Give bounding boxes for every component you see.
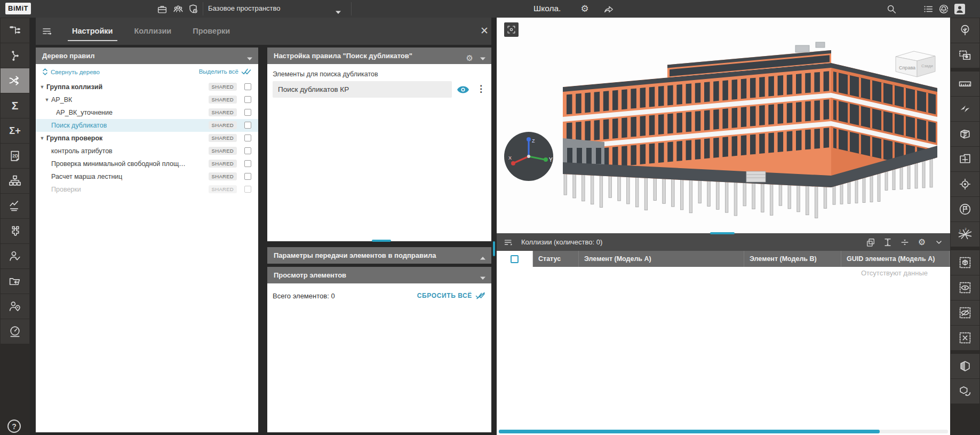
tree-item[interactable]: Расчет марша лестницSHARED (36, 170, 258, 183)
environment-tool[interactable] (951, 18, 979, 43)
tree-item-checkbox[interactable] (244, 122, 251, 129)
plugins-tool[interactable] (1, 219, 29, 243)
locate-tool[interactable] (951, 172, 979, 196)
tab-collisions[interactable]: Коллизии (124, 18, 182, 45)
tree-item[interactable]: Проверка минимальной свободной площади с… (36, 157, 258, 170)
projects-button[interactable] (155, 2, 169, 16)
axis-gizmo[interactable]: Z X Y (502, 130, 555, 185)
tree-caret-icon[interactable]: ▼ (38, 84, 46, 90)
tree-caret-icon[interactable]: ▼ (38, 136, 46, 141)
tab-checks[interactable]: Проверки (182, 18, 241, 45)
approvals-tool[interactable] (1, 244, 29, 268)
reset-all-button[interactable]: СБРОСИТЬ ВСЁ (417, 291, 486, 299)
dynamics-tool[interactable] (1, 194, 29, 218)
workspace-selector[interactable]: Базовое пространство (208, 4, 281, 12)
user-location-tool[interactable] (1, 294, 29, 319)
collapse-caret-icon[interactable] (246, 53, 253, 63)
tree-item[interactable]: ▼Группа коллизийSHARED (36, 81, 258, 93)
viewport-3d[interactable]: Справа Сзади Z X Y (497, 18, 950, 233)
transfer-header[interactable]: Параметры передачи элементов в подправил… (267, 247, 491, 264)
collapse-tree-link[interactable]: Свернуть дерево (42, 68, 100, 76)
column-header[interactable]: Элемент (Модель B) (744, 251, 841, 267)
tree-item[interactable]: ▼АР_ВКSHARED (36, 93, 258, 106)
rule-tree-header[interactable]: Дерево правил (36, 48, 258, 64)
elements-menu-button[interactable]: ⋮ (476, 82, 484, 97)
team-button[interactable] (171, 2, 185, 16)
rule-gear-icon[interactable]: ⚙ (466, 51, 473, 65)
cube-section-tool[interactable] (951, 122, 979, 146)
share-button[interactable] (602, 2, 616, 16)
tree-item-checkbox[interactable] (244, 96, 251, 103)
scrollbar-thumb[interactable] (499, 430, 880, 433)
select-all-link[interactable]: Выделить всё (199, 68, 252, 75)
list-button[interactable] (921, 2, 935, 16)
isolate-tool[interactable] (951, 354, 979, 378)
elements-input[interactable] (273, 81, 452, 98)
collapse-down-icon[interactable] (480, 273, 486, 282)
show-volume-tool[interactable] (951, 250, 979, 275)
close-panel-button[interactable]: ✕ (477, 24, 491, 38)
column-header[interactable]: GUID элемента (Модель A) (841, 251, 950, 267)
panel-menu-button[interactable] (41, 25, 54, 40)
measure-tool[interactable] (951, 72, 979, 96)
tree-item[interactable]: ПроверкиSHARED (36, 183, 258, 196)
panel-resize-handle[interactable] (710, 232, 735, 234)
model-tree-tool[interactable] (1, 18, 29, 43)
table-settings-button[interactable]: ⚙ (915, 235, 929, 249)
vertical-resize-handle[interactable] (493, 241, 495, 256)
column-header[interactable]: Элемент (Модель A) (579, 251, 744, 267)
import-tool[interactable] (1, 269, 29, 294)
tree-item-checkbox[interactable] (244, 83, 251, 90)
floorplan-tool[interactable] (951, 147, 979, 171)
capture-view-button[interactable] (504, 22, 519, 37)
summary-add-tool[interactable]: Σ+ (1, 118, 29, 143)
flag-tool[interactable] (951, 197, 979, 222)
collisions-menu-button[interactable] (503, 237, 514, 250)
account-button[interactable] (953, 2, 967, 16)
split-view-button[interactable] (898, 235, 912, 249)
tree-item-checkbox[interactable] (244, 135, 251, 141)
project-settings-button[interactable]: ⚙ (578, 2, 592, 16)
hide-selected-tool[interactable] (951, 300, 979, 325)
help-button[interactable]: ? (7, 420, 21, 433)
column-header[interactable]: Статус (533, 251, 579, 267)
navigation-cube[interactable]: Справа Сзади (893, 47, 938, 82)
collapse-table-button[interactable] (932, 235, 946, 249)
dashboard-tool[interactable] (1, 319, 29, 344)
tree-item[interactable]: контроль атрибутовSHARED (36, 145, 258, 157)
duplicate-button[interactable] (864, 235, 878, 249)
tree-item-checkbox[interactable] (244, 160, 251, 167)
select-elements-tool[interactable] (951, 43, 979, 68)
section-tool[interactable] (951, 97, 979, 121)
refresh-model-tool[interactable] (951, 379, 979, 404)
relations-tool[interactable] (1, 43, 29, 68)
tree-item-checkbox[interactable] (244, 147, 251, 154)
workspace-caret-icon[interactable] (335, 7, 341, 17)
row-height-button[interactable] (881, 235, 895, 249)
collisions-tool[interactable] (1, 68, 29, 93)
show-selected-tool[interactable] (951, 275, 979, 300)
notifications-button[interactable] (937, 2, 951, 16)
view-elements-header[interactable]: Просмотр элементов (267, 267, 491, 283)
tree-caret-icon[interactable]: ▼ (43, 97, 51, 102)
select-all-checkbox[interactable] (511, 255, 519, 263)
tree-item[interactable]: Поиск дубликатовSHARED (36, 119, 258, 132)
app-logo[interactable]: BiMiT (5, 3, 31, 14)
tree-item[interactable]: АР_ВК_уточнениеSHARED (36, 106, 258, 119)
tree-item-checkbox[interactable] (244, 173, 251, 180)
structure-tool[interactable] (1, 169, 29, 193)
tree-item-checkbox[interactable] (244, 186, 251, 193)
collapse-up-icon[interactable] (480, 253, 486, 263)
security-button[interactable] (186, 2, 200, 16)
tree-item[interactable]: ▼Группа проверокSHARED (36, 132, 258, 145)
rule-settings-header[interactable]: Настройка правила "Поиск дубликатов" ⚙ (267, 48, 491, 64)
show-elements-button[interactable] (456, 83, 470, 96)
axes-tool[interactable]: 1 2 (951, 222, 979, 247)
rule-caret-icon[interactable] (480, 53, 486, 63)
summary-tool[interactable]: Σ (1, 93, 29, 118)
horizontal-resize-handle[interactable] (372, 240, 391, 242)
tab-settings[interactable]: Настройки (61, 18, 124, 45)
clear-selection-tool[interactable] (951, 326, 979, 350)
search-button[interactable] (885, 2, 898, 16)
drawings-2d-tool[interactable]: 2D (1, 144, 29, 168)
